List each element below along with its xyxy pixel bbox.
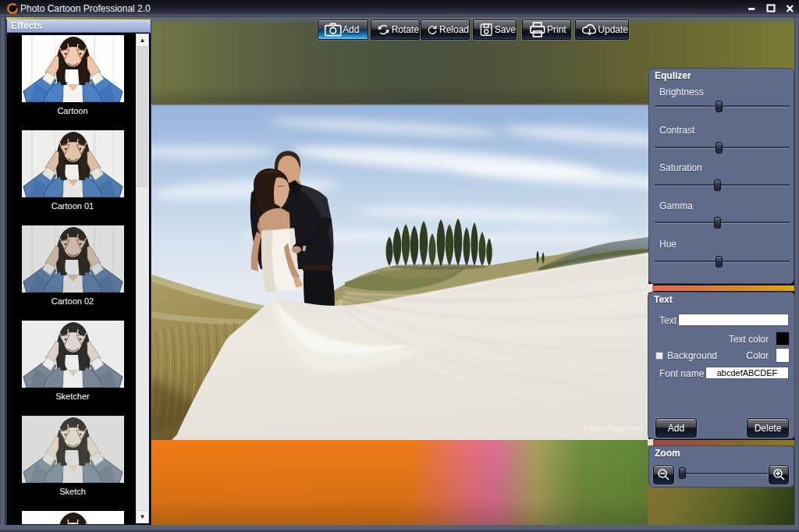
svg-text:Diego Poggialini: Diego Poggialini xyxy=(583,423,643,432)
